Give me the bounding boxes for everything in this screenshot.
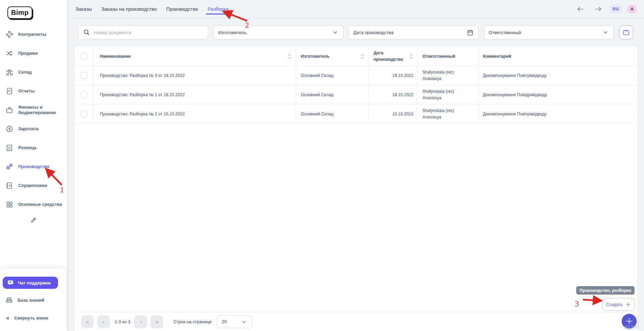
sidebar-item-directories[interactable]: A Справочники (0, 176, 67, 195)
chevron-down-icon (241, 319, 247, 325)
row-responsible: Shafynskaia (rec) Anastasya (422, 69, 459, 82)
tab-production-orders[interactable]: Заказы на производство (101, 0, 157, 18)
app-version: 0.1.1252 (625, 325, 639, 329)
sales-shuffle-icon (5, 49, 14, 57)
tabs: Заказы Заказы на производство Производст… (76, 0, 229, 18)
sidebar: Bimp Контрагенты Продажи (0, 0, 67, 331)
chevron-down-icon (602, 29, 609, 36)
create-button[interactable]: Создать (602, 298, 635, 311)
row-production-date: 19.10.2022 (392, 73, 413, 78)
create-tooltip: Производство, разборка (576, 286, 635, 295)
sidebar-item-production[interactable]: Производство (0, 157, 67, 176)
top-tab-bar: Заказы Заказы на производство Производст… (67, 0, 644, 18)
row-manufacturer: Основний Склад (301, 73, 333, 78)
manufacturer-filter-select[interactable]: Изготовитель (213, 25, 343, 39)
production-gears-icon (5, 163, 14, 171)
support-chat-button[interactable]: Чат поддержки (3, 277, 58, 289)
sidebar-item-salary[interactable]: $ Зарплата (0, 119, 67, 138)
svg-text:A: A (9, 184, 11, 187)
finance-briefcase-icon (5, 106, 14, 114)
row-responsible: Shafynskaia (rec) Anastasya (422, 88, 459, 101)
select-all-checkbox[interactable] (81, 53, 87, 60)
sidebar-item-finance[interactable]: Финансы и бюджетирование (0, 101, 67, 119)
row-name: Производство: Разборка № 1 от 18.10.2022 (100, 92, 185, 97)
tab-disassembly[interactable]: Разборка (208, 0, 229, 18)
tab-production[interactable]: Производство (166, 0, 198, 18)
row-manufacturer: Основний Склад (301, 92, 333, 97)
contractors-icon (5, 30, 14, 38)
archive-box-button[interactable] (619, 25, 633, 39)
row-responsible: Shafynskaia (rec) Anastasya (422, 108, 459, 120)
row-name: Производство: Разборка № 3 от 19.10.2022 (100, 73, 185, 78)
sort-icon[interactable] (409, 54, 415, 59)
row-comment: Декомпонування Повітрявідводу (483, 73, 547, 78)
language-switch[interactable]: RU (609, 5, 622, 13)
document-number-input[interactable] (94, 30, 203, 35)
column-header-manufacturer: Изготовитель (301, 54, 329, 59)
row-comment: Декомпонування Повітрявідводу (483, 112, 547, 116)
sort-icon[interactable] (360, 54, 366, 59)
document-number-search[interactable] (78, 25, 208, 39)
previous-page-button[interactable]: ‹ (97, 315, 110, 328)
row-comment: Декомпонування Повідрявідводу (483, 92, 547, 97)
sidebar-item-reports[interactable]: Отчеты (0, 82, 67, 101)
sidebar-menu: Контрагенты Продажи Склад (0, 25, 67, 214)
forward-arrow-icon[interactable] (594, 5, 603, 13)
rows-per-page-select[interactable]: 20 (217, 315, 252, 328)
disassembly-table: Наименование Изготовитель Дата производс… (75, 47, 637, 331)
calendar-icon (467, 29, 474, 36)
app-logo: Bimp (7, 6, 32, 19)
search-icon (83, 29, 90, 36)
box-icon (622, 29, 630, 36)
tab-orders[interactable]: Заказы (76, 0, 92, 18)
row-production-date: 15.10.2022 (392, 112, 413, 116)
sidebar-item-contractors[interactable]: Контрагенты (0, 25, 67, 44)
edit-menu-pencil-icon[interactable] (0, 217, 67, 223)
collapse-menu-button[interactable]: « Свернуть меню (6, 315, 48, 321)
first-page-button[interactable]: « (81, 315, 94, 328)
rows-per-page-label: Строк на странице (173, 319, 211, 324)
sidebar-item-retail[interactable]: Розница (0, 138, 67, 157)
column-header-name: Наименование (100, 54, 131, 59)
last-page-button[interactable]: » (150, 315, 163, 328)
row-production-date: 18.10.2022 (392, 92, 413, 97)
column-header-production-date: Дата производства (374, 50, 403, 62)
table-row[interactable]: Производство: Разборка № 3 от 19.10.2022… (75, 66, 637, 85)
fixed-assets-grid-icon (5, 200, 14, 209)
salary-dollar-icon: $ (5, 125, 14, 133)
reports-document-icon (5, 87, 14, 95)
row-manufacturer: Основний Склад (301, 112, 333, 116)
row-checkbox[interactable] (81, 91, 87, 98)
filter-bar: Изготовитель Дата производства Ответстве… (78, 25, 633, 39)
top-controls: RU A (576, 5, 637, 13)
row-checkbox[interactable] (81, 111, 87, 117)
sidebar-item-fixed-assets[interactable]: Основные средства (0, 195, 67, 214)
sort-icon[interactable] (288, 54, 293, 59)
double-chevron-left-icon: « (6, 315, 9, 321)
column-header-comment: Комментарий (483, 54, 511, 59)
responsible-filter-select[interactable]: Ответственный (484, 25, 614, 39)
column-header-responsible: Ответственный (422, 54, 455, 59)
warehouse-icon (5, 68, 14, 76)
chevron-down-icon (332, 29, 339, 36)
back-arrow-icon[interactable] (576, 5, 584, 13)
plus-icon (625, 317, 633, 325)
directories-book-icon: A (5, 182, 14, 190)
sidebar-item-sales[interactable]: Продажи (0, 44, 67, 63)
books-stack-icon (5, 296, 13, 304)
row-name: Производство: Разборка № 2 от 15.10.2022 (100, 112, 185, 116)
chat-bubble-icon (7, 279, 14, 286)
sidebar-bottom-panel: Чат поддержки База знаний « Свернуть мен… (0, 268, 67, 331)
table-body: Производство: Разборка № 3 от 19.10.2022… (75, 66, 637, 124)
retail-clipboard-icon (5, 144, 14, 152)
table-row[interactable]: Производство: Разборка № 1 от 18.10.2022… (75, 85, 637, 105)
user-avatar[interactable]: A (627, 5, 637, 13)
knowledge-base-item[interactable]: База знаний (5, 296, 44, 304)
table-row[interactable]: Производство: Разборка № 2 от 15.10.2022… (75, 105, 637, 124)
sidebar-item-warehouse[interactable]: Склад (0, 63, 67, 82)
page-range-info: 1-3 из 3 (115, 319, 130, 324)
row-checkbox[interactable] (81, 72, 87, 79)
next-page-button[interactable]: › (134, 315, 147, 328)
production-date-filter[interactable]: Дата производства (349, 25, 478, 39)
pagination-bar: « ‹ 1-3 из 3 › » Строк на странице 20 (75, 312, 637, 331)
